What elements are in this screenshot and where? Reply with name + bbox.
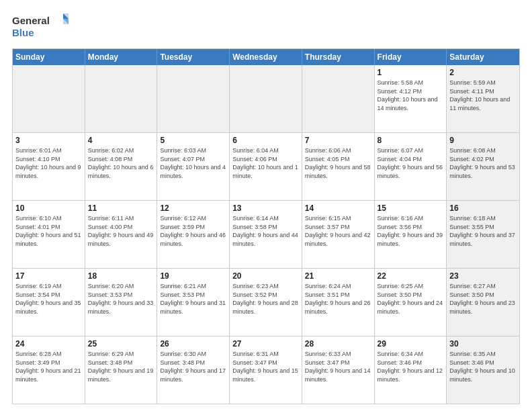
day-22: 22Sunrise: 6:25 AM Sunset: 3:50 PM Dayli… [375,269,447,336]
day-number: 17 [15,271,82,281]
day-number: 19 [160,271,226,281]
day-number: 23 [449,271,517,281]
day-12: 12Sunrise: 6:12 AM Sunset: 3:59 PM Dayli… [157,201,230,268]
empty-cell-0-4 [302,65,375,132]
empty-cell-0-2 [157,65,230,132]
week-4: 17Sunrise: 6:19 AM Sunset: 3:54 PM Dayli… [13,269,519,336]
week-3: 10Sunrise: 6:10 AM Sunset: 4:01 PM Dayli… [13,201,519,269]
day-17: 17Sunrise: 6:19 AM Sunset: 3:54 PM Dayli… [13,269,85,336]
day-number: 12 [160,203,226,214]
day-info: Sunrise: 6:06 AM Sunset: 4:05 PM Dayligh… [305,146,371,180]
header: General Blue [12,12,520,42]
day-18: 18Sunrise: 6:20 AM Sunset: 3:53 PM Dayli… [85,269,158,336]
day-25: 25Sunrise: 6:29 AM Sunset: 3:48 PM Dayli… [85,336,158,404]
day-info: Sunrise: 6:34 AM Sunset: 3:46 PM Dayligh… [378,350,444,383]
day-number: 4 [88,135,154,146]
day-19: 19Sunrise: 6:21 AM Sunset: 3:53 PM Dayli… [157,269,230,336]
day-info: Sunrise: 5:59 AM Sunset: 4:11 PM Dayligh… [449,79,517,112]
day-info: Sunrise: 6:02 AM Sunset: 4:08 PM Dayligh… [88,146,154,180]
day-info: Sunrise: 6:08 AM Sunset: 4:02 PM Dayligh… [449,146,517,180]
header-day-wednesday: Wednesday [230,49,302,65]
svg-text:Blue: Blue [12,27,34,38]
day-number: 16 [449,203,517,214]
day-info: Sunrise: 6:11 AM Sunset: 4:00 PM Dayligh… [88,214,154,248]
day-number: 5 [160,135,226,146]
day-info: Sunrise: 6:18 AM Sunset: 3:55 PM Dayligh… [449,214,517,248]
day-11: 11Sunrise: 6:11 AM Sunset: 4:00 PM Dayli… [85,201,158,268]
day-info: Sunrise: 6:28 AM Sunset: 3:49 PM Dayligh… [15,350,82,383]
header-day-sunday: Sunday [13,49,85,65]
day-info: Sunrise: 6:21 AM Sunset: 3:53 PM Dayligh… [160,282,226,316]
empty-cell-0-1 [85,65,158,132]
day-14: 14Sunrise: 6:15 AM Sunset: 3:57 PM Dayli… [302,201,375,268]
day-13: 13Sunrise: 6:14 AM Sunset: 3:58 PM Dayli… [230,201,302,268]
day-number: 13 [232,203,299,214]
day-number: 2 [449,67,517,78]
week-5: 24Sunrise: 6:28 AM Sunset: 3:49 PM Dayli… [13,336,519,404]
day-28: 28Sunrise: 6:33 AM Sunset: 3:47 PM Dayli… [302,336,375,404]
day-number: 30 [449,338,517,349]
empty-cell-0-3 [230,65,302,132]
day-number: 26 [160,338,226,349]
svg-text:General: General [12,15,50,26]
day-info: Sunrise: 6:16 AM Sunset: 3:56 PM Dayligh… [378,214,444,248]
day-number: 27 [232,338,299,349]
day-26: 26Sunrise: 6:30 AM Sunset: 3:48 PM Dayli… [157,336,230,404]
day-1: 1Sunrise: 5:58 AM Sunset: 4:12 PM Daylig… [375,65,447,132]
page: General Blue SundayMondayTuesdayWednesda… [0,0,532,411]
day-number: 9 [449,135,517,146]
day-number: 10 [15,203,82,214]
day-number: 15 [378,203,444,214]
header-day-tuesday: Tuesday [157,49,230,65]
day-info: Sunrise: 6:20 AM Sunset: 3:53 PM Dayligh… [88,282,154,316]
day-info: Sunrise: 6:04 AM Sunset: 4:06 PM Dayligh… [232,146,299,180]
day-5: 5Sunrise: 6:03 AM Sunset: 4:07 PM Daylig… [157,133,230,200]
day-info: Sunrise: 6:25 AM Sunset: 3:50 PM Dayligh… [378,282,444,316]
day-6: 6Sunrise: 6:04 AM Sunset: 4:06 PM Daylig… [230,133,302,200]
day-info: Sunrise: 6:23 AM Sunset: 3:52 PM Dayligh… [232,282,299,316]
day-2: 2Sunrise: 5:59 AM Sunset: 4:11 PM Daylig… [447,65,519,132]
header-day-saturday: Saturday [447,49,519,65]
day-info: Sunrise: 6:15 AM Sunset: 3:57 PM Dayligh… [305,214,371,248]
day-29: 29Sunrise: 6:34 AM Sunset: 3:46 PM Dayli… [375,336,447,404]
day-number: 22 [378,271,444,281]
day-info: Sunrise: 6:07 AM Sunset: 4:04 PM Dayligh… [378,146,444,180]
day-20: 20Sunrise: 6:23 AM Sunset: 3:52 PM Dayli… [230,269,302,336]
day-info: Sunrise: 5:58 AM Sunset: 4:12 PM Dayligh… [378,79,444,112]
day-21: 21Sunrise: 6:24 AM Sunset: 3:51 PM Dayli… [302,269,375,336]
empty-cell-0-0 [13,65,85,132]
day-info: Sunrise: 6:10 AM Sunset: 4:01 PM Dayligh… [15,214,82,248]
day-23: 23Sunrise: 6:27 AM Sunset: 3:50 PM Dayli… [447,269,519,336]
day-3: 3Sunrise: 6:01 AM Sunset: 4:10 PM Daylig… [13,133,85,200]
calendar-body: 1Sunrise: 5:58 AM Sunset: 4:12 PM Daylig… [13,65,519,404]
day-info: Sunrise: 6:19 AM Sunset: 3:54 PM Dayligh… [15,282,82,316]
header-day-thursday: Thursday [302,49,375,65]
day-9: 9Sunrise: 6:08 AM Sunset: 4:02 PM Daylig… [447,133,519,200]
day-number: 29 [378,338,444,349]
day-27: 27Sunrise: 6:31 AM Sunset: 3:47 PM Dayli… [230,336,302,404]
day-info: Sunrise: 6:24 AM Sunset: 3:51 PM Dayligh… [305,282,371,316]
day-10: 10Sunrise: 6:10 AM Sunset: 4:01 PM Dayli… [13,201,85,268]
calendar-header: SundayMondayTuesdayWednesdayThursdayFrid… [13,49,519,65]
day-info: Sunrise: 6:29 AM Sunset: 3:48 PM Dayligh… [88,350,154,383]
day-info: Sunrise: 6:27 AM Sunset: 3:50 PM Dayligh… [449,282,517,316]
day-number: 21 [305,271,371,281]
day-16: 16Sunrise: 6:18 AM Sunset: 3:55 PM Dayli… [447,201,519,268]
day-info: Sunrise: 6:35 AM Sunset: 3:46 PM Dayligh… [449,350,517,383]
week-1: 1Sunrise: 5:58 AM Sunset: 4:12 PM Daylig… [13,65,519,133]
header-day-monday: Monday [85,49,158,65]
day-info: Sunrise: 6:14 AM Sunset: 3:58 PM Dayligh… [232,214,299,248]
day-7: 7Sunrise: 6:06 AM Sunset: 4:05 PM Daylig… [302,133,375,200]
day-info: Sunrise: 6:03 AM Sunset: 4:07 PM Dayligh… [160,146,226,180]
day-number: 14 [305,203,371,214]
day-30: 30Sunrise: 6:35 AM Sunset: 3:46 PM Dayli… [447,336,519,404]
day-number: 11 [88,203,154,214]
day-4: 4Sunrise: 6:02 AM Sunset: 4:08 PM Daylig… [85,133,158,200]
day-number: 6 [232,135,299,146]
day-number: 28 [305,338,371,349]
day-number: 7 [305,135,371,146]
header-day-friday: Friday [375,49,447,65]
day-number: 20 [232,271,299,281]
day-8: 8Sunrise: 6:07 AM Sunset: 4:04 PM Daylig… [375,133,447,200]
day-15: 15Sunrise: 6:16 AM Sunset: 3:56 PM Dayli… [375,201,447,268]
